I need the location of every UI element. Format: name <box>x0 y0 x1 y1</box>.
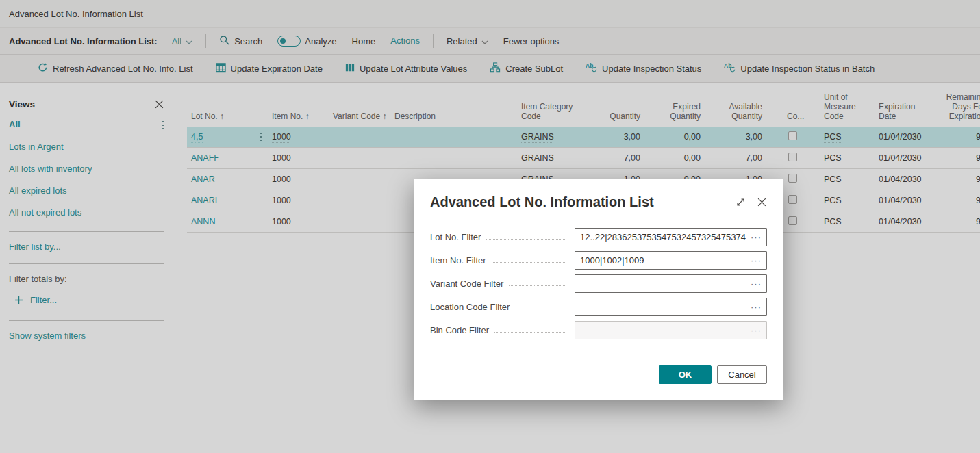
assist-edit-icon[interactable]: ··· <box>746 279 766 289</box>
item-no-filter-label: Item No. Filter <box>430 255 486 266</box>
bin-code-filter-row: Bin Code Filter ··· <box>430 321 767 339</box>
bin-code-filter-box: ··· <box>575 321 767 339</box>
bin-code-filter-label: Bin Code Filter <box>430 325 489 335</box>
app-window: Advanced Lot No. Information List Advanc… <box>0 0 980 453</box>
dotted-leader <box>486 239 566 240</box>
lot-no-filter-label: Lot No. Filter <box>430 232 481 242</box>
cancel-button[interactable]: Cancel <box>717 365 767 384</box>
item-no-filter-box: ··· <box>575 251 767 270</box>
assist-edit-icon[interactable]: ··· <box>746 325 766 335</box>
assist-edit-icon[interactable]: ··· <box>746 302 766 312</box>
item-no-filter-row: Item No. Filter ··· <box>430 251 767 270</box>
location-code-filter-label: Location Code Filter <box>430 302 510 312</box>
assist-edit-icon[interactable]: ··· <box>746 232 766 242</box>
filter-dialog: Advanced Lot No. Information List Lot No… <box>414 179 783 400</box>
assist-edit-icon[interactable]: ··· <box>746 255 766 266</box>
variant-code-filter-row: Variant Code Filter ··· <box>430 274 767 293</box>
variant-code-filter-label: Variant Code Filter <box>430 279 503 289</box>
close-icon[interactable] <box>757 197 767 207</box>
ok-button[interactable]: OK <box>659 365 712 384</box>
lot-no-filter-box: ··· <box>575 228 767 246</box>
dotted-leader <box>515 309 566 309</box>
variant-code-filter-input[interactable] <box>580 279 746 289</box>
location-code-filter-box: ··· <box>575 298 767 316</box>
lot-no-filter-input[interactable] <box>580 232 746 242</box>
dotted-leader <box>509 285 566 286</box>
lot-no-filter-row: Lot No. Filter ··· <box>430 228 767 246</box>
variant-code-filter-box: ··· <box>575 274 767 293</box>
dotted-leader <box>494 332 566 333</box>
bin-code-filter-input[interactable] <box>580 325 746 335</box>
location-code-filter-row: Location Code Filter ··· <box>430 298 767 316</box>
dialog-title: Advanced Lot No. Information List <box>430 194 736 210</box>
expand-icon[interactable] <box>736 197 746 207</box>
item-no-filter-input[interactable] <box>580 255 746 266</box>
location-code-filter-input[interactable] <box>580 302 746 312</box>
dotted-leader <box>492 262 566 263</box>
